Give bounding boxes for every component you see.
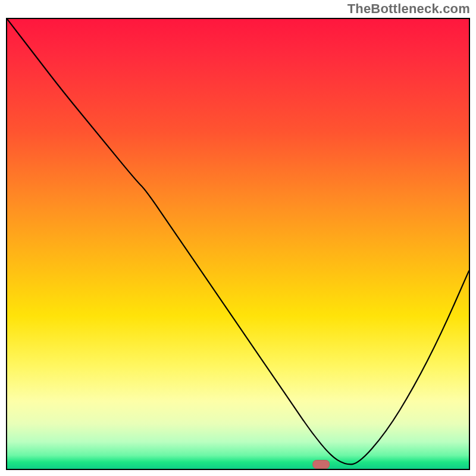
watermark-text: TheBottleneck.com [347,1,470,17]
curve-layer [7,19,469,469]
bottleneck-curve [7,19,469,464]
chart-container: TheBottleneck.com [0,0,476,476]
plot-area [6,18,470,470]
optimum-marker [313,460,330,468]
